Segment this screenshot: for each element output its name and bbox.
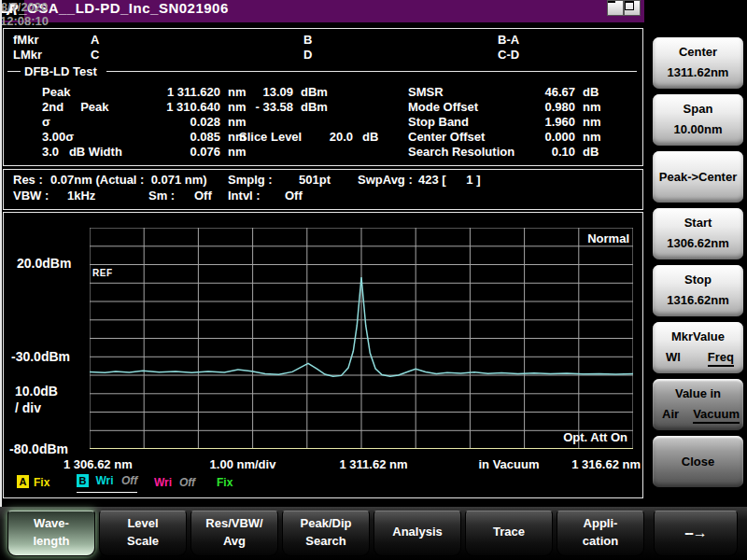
trace-mode-label: Normal xyxy=(527,231,629,245)
trace-c-state[interactable]: Wri xyxy=(154,476,172,490)
result-value2: 13.09 xyxy=(228,85,293,99)
marker-value-option-freq: Freq xyxy=(708,350,734,367)
marker-ba-label: B-A xyxy=(498,33,519,47)
start-button-value: 1306.62nm xyxy=(653,236,743,250)
result-value: 0.076 xyxy=(97,145,220,159)
swpavg-value: 423 [ 1 ] xyxy=(418,173,480,187)
menu-peak-dip-search[interactable]: Peak/Dip Search xyxy=(282,511,370,556)
trace-a-state: Fix xyxy=(34,476,49,490)
result-value: 1 311.620 xyxy=(97,85,220,99)
menu-trace[interactable]: Trace xyxy=(465,511,553,556)
fmkr-label: fMkr xyxy=(13,33,38,47)
start-button-title: Start xyxy=(653,216,743,230)
marker-value-toggle[interactable]: MkrValue Wl Freq xyxy=(653,322,743,373)
opt-att-status: Opt. Att On xyxy=(508,430,627,444)
slice-level-value: 20.0 xyxy=(312,130,353,144)
result-value: 1 310.640 xyxy=(97,100,220,114)
bottom-menu-bar: Wave- length Level Scale Res/VBW/ Avg Pe… xyxy=(0,507,747,560)
res-value: 0.07nm (Actual : 0.071 nm) xyxy=(50,173,207,187)
trace-b-chip: B xyxy=(77,474,89,487)
span-button[interactable]: Span 10.00nm xyxy=(653,94,743,146)
x-axis-medium-label: in Vacuum xyxy=(457,457,561,471)
menu-application[interactable]: Appli- cation xyxy=(557,511,644,556)
menu-analysis-label: Analysis xyxy=(374,525,460,539)
menu-peak-dip-search-line2: Search xyxy=(283,534,369,548)
marker-cd-label: C-D xyxy=(498,48,519,62)
start-button[interactable]: Start 1306.62nm xyxy=(653,208,743,259)
result-label: SMSR xyxy=(408,85,444,99)
result-value: 0.10 xyxy=(489,145,575,159)
marker-results-panel: fMkr A B B-A LMkr C D C-D DFB-LD Test Pe… xyxy=(3,28,643,166)
osa-screen: Λ LP_OSA__LD-PD_Inc_SN021906 8/7/2020 12… xyxy=(0,0,747,560)
marker-value-option-wl: Wl xyxy=(666,350,681,364)
sm-label: Sm : xyxy=(148,189,175,203)
center-button[interactable]: Center 1311.62nm xyxy=(653,37,743,89)
value-in-toggle[interactable]: Value in Air Vacuum xyxy=(653,379,743,430)
time-label: 12:08:10 xyxy=(0,14,49,28)
menu-application-line2: cation xyxy=(557,534,643,548)
menu-trace-label: Trace xyxy=(466,525,552,539)
trace-d-state[interactable]: Fix xyxy=(217,476,233,490)
menu-level-scale[interactable]: Level Scale xyxy=(99,511,187,556)
peak-to-center-button[interactable]: Peak->Center xyxy=(653,151,743,203)
close-button[interactable]: Close xyxy=(653,436,743,487)
marker-value-title: MkrValue xyxy=(653,329,743,343)
intvl-value: Off xyxy=(285,189,303,203)
menu-res-vbw-avg-line2: Avg xyxy=(191,534,277,548)
span-button-title: Span xyxy=(653,102,743,116)
trace-b-off: Off xyxy=(121,474,137,487)
vbw-label: VBW : xyxy=(13,189,49,203)
marker-a-label: A xyxy=(91,33,99,47)
maximize-icon xyxy=(625,1,634,10)
minimize-button[interactable] xyxy=(607,0,624,16)
test-name-rule-left xyxy=(7,71,21,72)
vbw-value: 1kHz xyxy=(67,189,95,203)
menu-wavelength[interactable]: Wave- length xyxy=(7,511,95,556)
y-axis-scale-label: 10.0dB xyxy=(15,385,58,399)
result-label: Peak xyxy=(42,85,70,99)
trace-a-chip[interactable]: A xyxy=(17,475,29,488)
result-value: 0.085 xyxy=(97,130,220,144)
menu-res-vbw-avg[interactable]: Res/VBW/ Avg xyxy=(190,511,278,556)
test-name-label: DFB-LD Test xyxy=(24,64,97,78)
stop-button-title: Stop xyxy=(653,273,743,287)
menu-more-button[interactable]: --→ xyxy=(654,511,738,556)
result-unit: dB xyxy=(583,145,599,159)
result-unit: nm xyxy=(583,115,601,129)
lmkr-label: LMkr xyxy=(13,48,42,62)
maximize-button[interactable] xyxy=(624,0,641,16)
result-label: Stop Band xyxy=(408,115,469,129)
smplg-value: 501pt xyxy=(265,173,331,187)
value-in-option-vacuum: Vacuum xyxy=(693,407,740,424)
result-unit: nm xyxy=(228,145,247,159)
result-unit: nm xyxy=(228,115,247,129)
menu-analysis[interactable]: Analysis xyxy=(374,511,461,556)
sm-value: Off xyxy=(194,189,212,203)
result-unit2: dBm xyxy=(301,100,328,114)
x-axis-stop-label: 1 316.62 nm xyxy=(558,457,641,471)
spectrum-graph-panel: 20.0dBm -30.0dBm 10.0dB / div -80.0dBm R… xyxy=(3,212,643,498)
menu-application-line1: Appli- xyxy=(557,516,643,530)
result-label: Mode Offset xyxy=(408,100,478,114)
trace-c-off: Off xyxy=(179,476,195,490)
y-axis-ref-label: 20.0dBm xyxy=(17,257,71,271)
result-value: 0.000 xyxy=(489,130,575,144)
y-axis-scale-label2: / div xyxy=(15,401,41,415)
stop-button[interactable]: Stop 1316.62nm xyxy=(653,265,743,316)
menu-level-scale-line1: Level xyxy=(100,516,186,530)
value-in-option-air: Air xyxy=(662,407,679,421)
y-axis-mid-label: -30.0dBm xyxy=(11,350,70,364)
minimize-icon xyxy=(608,1,615,3)
result-value2: - 33.58 xyxy=(228,100,293,114)
stop-button-value: 1316.62nm xyxy=(653,293,743,307)
res-label: Res : xyxy=(13,173,43,187)
result-unit: nm xyxy=(583,130,601,144)
test-name-rule-right xyxy=(106,71,637,72)
center-button-title: Center xyxy=(653,45,743,59)
date-label: 8/7/2020 xyxy=(0,0,49,14)
menu-level-scale-line2: Scale xyxy=(100,534,186,548)
arrow-right-icon: --→ xyxy=(655,525,737,541)
trace-b-group[interactable]: B Wri Off xyxy=(77,474,137,493)
menu-res-vbw-avg-line1: Res/VBW/ xyxy=(191,516,277,530)
slice-level-unit: dB xyxy=(362,130,378,144)
